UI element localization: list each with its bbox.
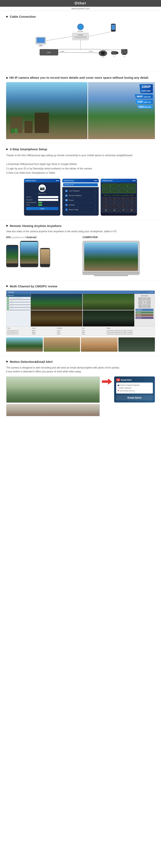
ptz-ur[interactable]: ↗	[147, 297, 151, 301]
password-input[interactable]	[38, 199, 58, 201]
thumb-2	[44, 337, 80, 352]
cam-item-2[interactable]: CAM2	[6, 300, 31, 302]
keep-password-row: Keep Password	[26, 202, 58, 204]
cam-plus-1[interactable]: +	[102, 184, 118, 188]
cms-video-area	[31, 294, 134, 327]
password-label: Password:	[26, 199, 37, 200]
badge-960p: 960P 1280×960	[135, 94, 153, 99]
log-cell-event-3: Motion	[32, 333, 56, 335]
cms-controls-panel: 2014-08-26 ↖ ↑ ↗ ← ● → ↙ ↓ ↘	[134, 294, 155, 327]
remote-playback-icon: ▶	[65, 194, 68, 197]
svg-line-30	[101, 49, 124, 50]
btn-advance[interactable]: Advance	[136, 317, 154, 319]
bullet-icon	[6, 16, 8, 18]
log-col-channel: Channel	[57, 328, 80, 329]
svg-rect-11	[38, 46, 44, 46]
remote-viewing-section: Remote Viewing Anytime Anywhere View liv…	[0, 220, 161, 280]
email-preview-line-2: ⚠ Motion detected!	[117, 386, 152, 390]
resolution-title: HD IP camera allows you to record more d…	[6, 76, 155, 79]
login-button[interactable]: Login	[26, 207, 58, 210]
log-cell-detail-3: Contact Alarm! Password error alarm, No …	[107, 333, 154, 335]
ptz-dr[interactable]: ↘	[147, 305, 151, 308]
keep-password-toggle[interactable]	[38, 202, 42, 204]
key-7[interactable]: 7	[119, 201, 127, 205]
svg-text:NVR: NVR	[47, 52, 51, 54]
email-header: ✉ Email Alert	[116, 378, 153, 381]
log-cell-time-2: 2014-08-26 09:12:11	[7, 332, 31, 333]
ptz-ul[interactable]: ↖	[138, 297, 142, 301]
key-6[interactable]: 6	[110, 201, 118, 205]
bottom-icon-4[interactable]: 📸	[128, 209, 136, 212]
ptz-down[interactable]: ↓	[143, 305, 146, 308]
cam-item-3[interactable]: CAM3	[6, 302, 31, 305]
ptz-left[interactable]: ←	[138, 301, 142, 304]
bullet-icon-5	[6, 285, 8, 287]
menu-photos[interactable]: 🖼 Photos ›	[64, 198, 97, 203]
cam-plus-3[interactable]: +	[102, 189, 118, 193]
photos-icon: 🖼	[65, 199, 68, 202]
key-1[interactable]: 1	[102, 197, 110, 200]
thumb-4	[118, 337, 155, 352]
cms-camera-list: CAM List CAM1 192.168.0.195 CAM2 CAM3 CA…	[6, 294, 31, 327]
menu-about-help[interactable]: ℹ About & Help ›	[64, 208, 97, 212]
arrow-icon-3: ›	[95, 199, 96, 202]
page-title: Other	[75, 1, 86, 5]
svg-rect-26	[122, 54, 126, 55]
video-cell-3	[31, 310, 82, 327]
badge-720p: 720P 1280×720	[135, 100, 153, 104]
key-3[interactable]: 3	[119, 197, 127, 200]
bullet-icon-6	[6, 361, 8, 363]
app-screen-login: vMEyeCloud ●●● 📷 MEye Tech User ID: Pass…	[24, 179, 60, 216]
menu-remote-playback[interactable]: ▶ Remote Playback ›	[64, 193, 97, 198]
arrow-icon-4: ›	[95, 204, 96, 206]
app-screen-menu: vMEyeCloud ●●● Device In 04 ▶ Local Play…	[62, 179, 99, 216]
btn-record[interactable]: Record	[136, 311, 154, 314]
ptz-dl[interactable]: ↙	[138, 305, 142, 308]
remote-viewing-title: Remote Viewing Anytime Anywhere	[6, 224, 155, 227]
email-preview-line-3: 📅 2014-08-26 09:12:11	[117, 390, 152, 392]
ptz-right[interactable]: →	[147, 301, 151, 304]
key-0[interactable]: 0	[119, 205, 127, 208]
bullet-icon-3	[6, 149, 8, 150]
ptz-up[interactable]: ↑	[143, 297, 146, 301]
key-hash[interactable]: #	[128, 205, 136, 208]
page-subheader: www.meyetech.com	[0, 7, 161, 11]
key-star[interactable]: *	[110, 205, 118, 208]
cam-plus-4[interactable]: +	[119, 189, 136, 193]
userid-input[interactable]	[38, 196, 58, 198]
cable-connection-section: Cable Connection 🌐 Router Router NVR Cab…	[0, 11, 161, 72]
key-2[interactable]: 2	[110, 197, 118, 200]
email-alerts-label: Email Alerts	[116, 395, 153, 400]
video-cell-2	[83, 294, 134, 310]
key-4[interactable]: 4	[128, 197, 136, 200]
log-cell-time-1: 2014-08-26 09:12:11	[7, 330, 31, 331]
key-8[interactable]: 8	[128, 201, 136, 205]
thumb-3	[81, 337, 117, 352]
ptz-center[interactable]: ●	[143, 301, 146, 304]
bottom-icon-1[interactable]: 📷	[102, 209, 110, 212]
cam-plus-2[interactable]: +	[119, 184, 136, 188]
btn-subject[interactable]: Subject	[136, 314, 154, 316]
key-5[interactable]: 5	[102, 201, 110, 205]
cam-status-icon-5	[7, 308, 9, 310]
email-preview: 📷 Camera snapshot attached ⚠ Motion dete…	[116, 382, 153, 394]
log-col-time: Time	[7, 328, 31, 329]
cam-item-5[interactable]: CAM5	[6, 308, 31, 310]
number-keypad: 1 2 3 4 5 6 7 8 9 * 0 #	[102, 197, 136, 208]
motion-images-container: ✉ Email Alert 📷 Camera snapshot attached…	[6, 376, 155, 416]
cloud-toggle[interactable]	[38, 204, 42, 206]
key-9[interactable]: 9	[102, 205, 110, 208]
log-col-event: Event	[32, 328, 56, 329]
cam-item-4[interactable]: CAM4	[6, 305, 31, 308]
menu-settings[interactable]: ⚙ Settings ›	[64, 203, 97, 208]
btn-playback[interactable]: Playback	[136, 309, 154, 311]
menu-local-playback[interactable]: ▶ Local Playback ›	[64, 189, 97, 193]
bottom-icon-3[interactable]: 🎤	[119, 209, 127, 212]
app-logo-circle: 📷	[38, 184, 46, 192]
bottom-icon-2[interactable]: 🔊	[110, 209, 118, 212]
cam-item-1[interactable]: CAM1 192.168.0.195	[6, 297, 31, 300]
laptop-stand	[94, 275, 128, 276]
cable-diagram: 🌐 Router Router NVR Cable Cable	[6, 21, 155, 67]
svg-text:🌐: 🌐	[79, 25, 83, 29]
multi-channel-section: Multi Channel by CMS/PC review Monitor —…	[0, 280, 161, 356]
